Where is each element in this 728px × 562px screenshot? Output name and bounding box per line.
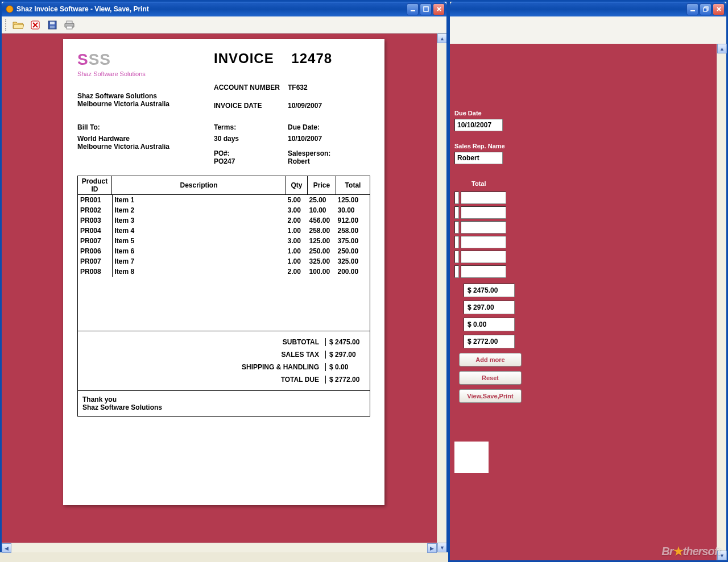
invoice-date: 10/09/2007	[288, 102, 322, 110]
grid-cell[interactable]	[454, 192, 459, 204]
svg-rect-1	[411, 10, 415, 11]
account-label: ACCOUNT NUMBER	[214, 84, 288, 91]
cell-qty: 2.00	[286, 267, 307, 277]
cell-price: 125.00	[307, 236, 336, 246]
reset-button[interactable]: Reset	[459, 371, 522, 385]
line-items-table: Product ID Description Qty Price Total	[77, 176, 370, 195]
total-column-label: Total	[471, 180, 716, 187]
totals-section: SUBTOTAL$ 2475.00 SALES TAX$ 297.00 SHIP…	[77, 331, 370, 391]
table-row: PR002Item 23.0010.0030.00	[78, 205, 370, 215]
shipping-display: $ 0.00	[464, 318, 515, 331]
form-titlebar[interactable]	[450, 2, 726, 16]
app-icon	[5, 5, 14, 14]
cell-description: Item 7	[112, 256, 286, 267]
col-description: Description	[112, 176, 286, 195]
svg-rect-16	[704, 8, 707, 11]
table-row: PR008Item 82.00100.00200.00	[78, 267, 370, 277]
subtotal-value: $ 2475.00	[325, 338, 365, 346]
restore-button[interactable]	[700, 3, 712, 15]
line-total-input[interactable]	[461, 206, 506, 219]
cell-total: 375.00	[336, 236, 370, 246]
scroll-left-icon[interactable]: ◀	[2, 543, 11, 553]
cell-total: 258.00	[336, 226, 370, 236]
close-button[interactable]	[713, 3, 725, 15]
note-line-2: Shaz Software Solutions	[82, 403, 365, 411]
vertical-scrollbar[interactable]: ▲ ▼	[437, 34, 446, 552]
grid-cell[interactable]	[454, 251, 459, 263]
save-icon[interactable]	[46, 19, 59, 31]
vertical-scrollbar[interactable]: ▲ ▼	[717, 44, 726, 560]
view-save-print-button[interactable]: View,Save,Print	[459, 389, 522, 403]
cell-product-id: PR003	[78, 215, 112, 226]
cell-description: Item 2	[112, 205, 286, 215]
line-input-grid	[454, 192, 716, 278]
line-items-body: PR001Item 15.0025.00125.00PR002Item 23.0…	[78, 195, 370, 277]
invoice-label: INVOICE	[214, 51, 274, 66]
salesperson-value: Robert	[288, 157, 370, 165]
cell-total: 250.00	[336, 246, 370, 256]
due-date-input[interactable]	[454, 119, 503, 131]
line-total-input[interactable]	[461, 221, 506, 234]
total-due-value: $ 2772.00	[325, 376, 365, 384]
close-button[interactable]	[433, 3, 445, 15]
col-price: Price	[308, 176, 336, 195]
grid-cell[interactable]	[454, 265, 459, 278]
cell-description: Item 4	[112, 226, 286, 236]
bill-to-label: Bill To:	[77, 123, 214, 131]
terms-value: 30 days	[214, 135, 288, 143]
svg-rect-9	[50, 22, 55, 24]
scroll-up-icon[interactable]: ▲	[717, 44, 727, 53]
line-total-input[interactable]	[461, 236, 506, 248]
cell-price: 456.00	[307, 215, 336, 226]
company-address: Melbourne Victoria Australia	[77, 100, 214, 108]
horizontal-scrollbar[interactable]: ◀ ▶	[2, 543, 437, 552]
cell-total: 912.00	[336, 215, 370, 226]
table-row: PR001Item 15.0025.00125.00	[78, 195, 370, 205]
table-row: PR004Item 41.00258.00258.00	[78, 226, 370, 236]
cell-qty: 1.00	[286, 226, 307, 236]
watermark: Br★thersoft	[661, 544, 721, 558]
scroll-right-icon[interactable]: ▶	[427, 543, 437, 553]
blank-box	[454, 442, 489, 473]
po-label: PO#:	[214, 149, 288, 157]
total-due-display: $ 2772.00	[464, 335, 515, 348]
table-row: PR007Item 53.00125.00375.00	[78, 236, 370, 246]
note-line-1: Thank you	[82, 396, 365, 403]
form-window: Due Date Sales Rep. Name Total $ 2475.00…	[448, 0, 728, 562]
cell-price: 250.00	[307, 246, 336, 256]
minimize-button[interactable]	[686, 3, 698, 15]
print-preview-area: SSS Shaz Software Solutions Shaz Softwar…	[2, 34, 446, 552]
cell-qty: 3.00	[286, 236, 307, 246]
company-logo: SSS	[77, 51, 214, 69]
grid-cell[interactable]	[454, 221, 459, 234]
bill-to-address: Melbourne Victoria Australia	[77, 143, 214, 151]
sales-rep-input[interactable]	[454, 152, 503, 164]
line-total-input[interactable]	[461, 265, 506, 278]
cell-price: 258.00	[307, 226, 336, 236]
minimize-button[interactable]	[407, 3, 419, 15]
maximize-button[interactable]	[420, 3, 432, 15]
scroll-up-icon[interactable]: ▲	[437, 34, 446, 43]
po-value: PO247	[214, 157, 288, 165]
invoice-number: 12478	[291, 51, 332, 66]
grid-cell[interactable]	[454, 206, 459, 219]
table-row: PR006Item 61.00250.00250.00	[78, 246, 370, 256]
notes-section: Thank you Shaz Software Solutions	[77, 391, 370, 417]
preview-titlebar[interactable]: Shaz Invoice Software - View, Save, Prin…	[2, 2, 446, 16]
company-name: Shaz Software Solutions	[77, 92, 214, 100]
svg-rect-14	[690, 10, 695, 11]
preview-toolbar	[2, 16, 446, 34]
cell-product-id: PR004	[78, 226, 112, 236]
col-qty: Qty	[286, 176, 308, 195]
open-icon[interactable]	[12, 19, 24, 31]
col-total: Total	[336, 176, 370, 195]
line-total-input[interactable]	[461, 192, 506, 204]
delete-icon[interactable]	[29, 19, 42, 31]
invoice-document: SSS Shaz Software Solutions Shaz Softwar…	[63, 39, 384, 505]
svg-point-0	[6, 6, 13, 13]
grid-cell[interactable]	[454, 236, 459, 248]
line-total-input[interactable]	[461, 251, 506, 263]
scroll-down-icon[interactable]: ▼	[437, 543, 446, 552]
print-icon[interactable]	[63, 19, 76, 31]
add-more-button[interactable]: Add more	[459, 353, 522, 367]
